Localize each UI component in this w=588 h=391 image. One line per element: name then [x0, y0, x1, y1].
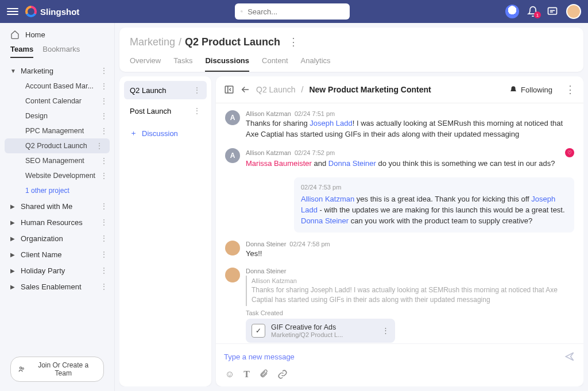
msg-author[interactable]: Donna Steiner	[246, 241, 286, 247]
msg-author[interactable]: Donna Steiner	[246, 268, 286, 274]
task-menu[interactable]: ⋮	[382, 326, 389, 335]
send-icon[interactable]	[564, 351, 575, 362]
attachment-icon[interactable]	[259, 369, 268, 380]
item-menu[interactable]: ⋮	[100, 111, 109, 121]
notifications-icon[interactable]: 1	[527, 6, 539, 17]
sidebar-tab-teams[interactable]: Teams	[10, 45, 33, 58]
home-link[interactable]: Home	[0, 23, 114, 45]
task-created-label: Task Created	[246, 309, 574, 316]
app-logo[interactable]: Slingshot	[25, 6, 79, 17]
team-menu[interactable]: ⋮	[100, 66, 109, 75]
avatar[interactable]: A	[225, 110, 240, 125]
item-menu[interactable]: ⋮	[100, 250, 109, 259]
mention[interactable]: Allison Katzman	[301, 195, 354, 203]
item-menu[interactable]: ⋮	[100, 202, 109, 211]
tab-overview[interactable]: Overview	[130, 56, 161, 72]
item-menu[interactable]: ⋮	[100, 82, 109, 91]
reply-message: 02/24 7:53 pm Allison Katzman yes this i…	[294, 177, 574, 233]
team-sales[interactable]: ▶Sales Enablement⋮	[0, 278, 114, 295]
project-website-dev[interactable]: Website Development⋮	[0, 168, 114, 183]
follow-toggle[interactable]: Following	[509, 86, 552, 94]
task-icon: ✓	[252, 324, 265, 338]
item-menu[interactable]: ⋮	[100, 156, 109, 165]
reaction-icon[interactable]: ♡	[565, 148, 574, 157]
message: A Allison Katzman02/24 7:51 pm Thanks fo…	[225, 110, 574, 140]
discussion-q2-launch[interactable]: Q2 Launch ⋮	[124, 81, 207, 99]
message-composer[interactable]: Type a new message	[216, 343, 583, 369]
message: Donna Steiner02/24 7:58 pm Yes!!	[225, 241, 574, 260]
msg-author[interactable]: Allison Katzman	[246, 149, 291, 156]
tab-content[interactable]: Content	[262, 56, 288, 72]
bot-icon[interactable]	[505, 5, 519, 18]
sidebar-tab-bookmarks[interactable]: Bookmarks	[42, 45, 80, 58]
thread-menu[interactable]: ⋮	[565, 83, 575, 96]
task-path: Marketing/Q2 Product L...	[271, 331, 343, 338]
add-discussion-button[interactable]: ＋ Discussion	[124, 122, 207, 144]
mention[interactable]: Donna Steiner	[328, 159, 376, 168]
item-menu[interactable]: ⋮	[100, 126, 109, 136]
msg-text: Marissa Baumeister and Donna Steiner do …	[246, 158, 574, 169]
breadcrumb-parent[interactable]: Marketing	[130, 36, 175, 48]
breadcrumb: Marketing / Q2 Product Launch ⋮	[130, 36, 573, 48]
chevron-right-icon: ▶	[10, 219, 17, 226]
team-marketing[interactable]: ▼ Marketing ⋮	[0, 63, 114, 79]
project-design[interactable]: Design⋮	[0, 109, 114, 123]
team-shared[interactable]: ▶Shared with Me⋮	[0, 198, 114, 214]
msg-time: 02/24 7:58 pm	[289, 241, 330, 247]
page-menu[interactable]: ⋮	[288, 36, 299, 48]
item-menu[interactable]: ⋮	[100, 171, 109, 180]
menu-toggle[interactable]	[7, 6, 18, 17]
chevron-right-icon: ▶	[10, 284, 17, 290]
search-input[interactable]	[247, 7, 344, 16]
avatar[interactable]	[225, 241, 240, 255]
project-account-based[interactable]: Account Based Mar...⋮	[0, 79, 114, 94]
tab-discussions[interactable]: Discussions	[205, 56, 249, 72]
project-seo[interactable]: SEO Management⋮	[0, 153, 114, 168]
chat-icon[interactable]	[547, 6, 558, 17]
disc-menu[interactable]: ⋮	[193, 86, 201, 95]
project-q2-launch[interactable]: Q2 Product Launch⋮	[5, 138, 110, 153]
emoji-icon[interactable]: ☺	[225, 369, 234, 380]
link-icon[interactable]	[277, 369, 288, 380]
chevron-down-icon: ▼	[10, 68, 17, 74]
task-card[interactable]: ✓ GIF Creative for Ads Marketing/Q2 Prod…	[246, 319, 395, 343]
project-ppc[interactable]: PPC Management⋮	[0, 123, 114, 138]
tab-tasks[interactable]: Tasks	[173, 56, 192, 72]
chevron-right-icon: ▶	[10, 268, 17, 274]
avatar[interactable]: A	[225, 148, 240, 163]
join-create-team-button[interactable]: Join Or Create a Team	[10, 357, 104, 382]
discussion-post-launch[interactable]: Post Launch ⋮	[124, 102, 207, 120]
item-menu[interactable]: ⋮	[100, 266, 109, 275]
team-icon	[18, 365, 25, 373]
disc-menu[interactable]: ⋮	[193, 106, 201, 115]
item-menu[interactable]: ⋮	[100, 218, 109, 227]
msg-time: 02/24 7:52 pm	[295, 149, 335, 156]
user-avatar[interactable]	[566, 4, 581, 19]
mention[interactable]: Marissa Baumeister	[246, 159, 312, 168]
text-format-icon[interactable]: T	[243, 369, 250, 380]
team-hr[interactable]: ▶Human Resources⋮	[0, 214, 114, 230]
back-arrow-icon[interactable]	[240, 84, 250, 95]
other-projects-link[interactable]: 1 other project	[0, 183, 114, 198]
chevron-right-icon: ▶	[10, 235, 17, 242]
item-menu[interactable]: ⋮	[100, 234, 109, 243]
project-content-calendar[interactable]: Content Calendar⋮	[0, 94, 114, 109]
mention[interactable]: Donna Steiner	[301, 216, 349, 225]
thread-breadcrumb-parent[interactable]: Q2 Launch	[256, 85, 296, 94]
mention[interactable]: Joseph Ladd	[310, 119, 352, 127]
item-menu[interactable]: ⋮	[100, 96, 109, 106]
collapse-panel-icon[interactable]	[224, 84, 234, 95]
item-menu[interactable]: ⋮	[95, 141, 104, 150]
message: Donna Steiner Allison Katzman Thanks for…	[225, 268, 574, 343]
team-holiday[interactable]: ▶Holiday Party⋮	[0, 262, 114, 278]
avatar[interactable]	[225, 268, 240, 282]
global-search[interactable]	[235, 3, 350, 20]
msg-text: Yes!!	[246, 249, 574, 260]
msg-time: 02/24 7:51 pm	[295, 110, 335, 117]
team-client[interactable]: ▶Client Name⋮	[0, 246, 114, 262]
msg-author[interactable]: Allison Katzman	[246, 110, 291, 117]
page-title: Q2 Product Launch	[185, 36, 280, 48]
item-menu[interactable]: ⋮	[100, 282, 109, 291]
team-org[interactable]: ▶Organization⋮	[0, 230, 114, 246]
tab-analytics[interactable]: Analytics	[301, 56, 331, 72]
